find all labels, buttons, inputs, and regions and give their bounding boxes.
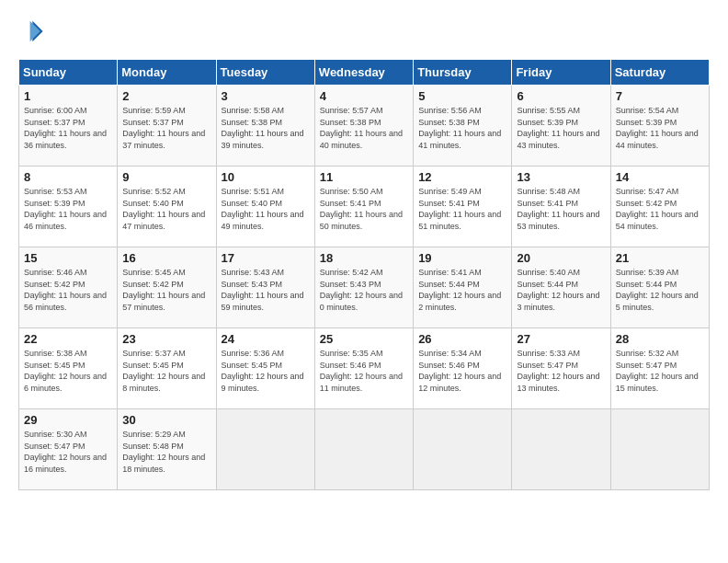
day-number: 28 [616,332,704,346]
day-number: 19 [418,251,506,265]
day-number: 1 [24,89,112,103]
day-info: Sunrise: 5:56 AM Sunset: 5:38 PM Dayligh… [418,105,506,151]
calendar-cell: 7 Sunrise: 5:54 AM Sunset: 5:39 PM Dayli… [610,86,709,167]
page-header [18,18,710,44]
weekday-header: Friday [512,60,610,86]
calendar-cell: 6 Sunrise: 5:55 AM Sunset: 5:39 PM Dayli… [512,86,610,167]
weekday-header: Thursday [414,60,512,86]
day-info: Sunrise: 5:59 AM Sunset: 5:37 PM Dayligh… [122,105,210,151]
calendar-cell: 21 Sunrise: 5:39 AM Sunset: 5:44 PM Dayl… [610,247,709,328]
day-number: 13 [517,170,605,184]
calendar-cell: 8 Sunrise: 5:53 AM Sunset: 5:39 PM Dayli… [19,167,118,247]
day-info: Sunrise: 5:37 AM Sunset: 5:45 PM Dayligh… [122,348,210,394]
calendar-cell: 28 Sunrise: 5:32 AM Sunset: 5:47 PM Dayl… [610,328,709,409]
calendar-cell: 14 Sunrise: 5:47 AM Sunset: 5:42 PM Dayl… [610,167,709,247]
calendar-cell: 2 Sunrise: 5:59 AM Sunset: 5:37 PM Dayli… [118,86,216,167]
day-info: Sunrise: 5:57 AM Sunset: 5:38 PM Dayligh… [320,105,408,151]
day-number: 12 [418,170,506,184]
calendar-cell: 18 Sunrise: 5:42 AM Sunset: 5:43 PM Dayl… [314,247,413,328]
day-number: 7 [616,89,704,103]
calendar-cell: 24 Sunrise: 5:36 AM Sunset: 5:45 PM Dayl… [216,328,314,409]
day-number: 17 [222,251,310,265]
calendar-cell: 9 Sunrise: 5:52 AM Sunset: 5:40 PM Dayli… [118,167,216,247]
day-number: 11 [320,170,408,184]
day-info: Sunrise: 5:32 AM Sunset: 5:47 PM Dayligh… [616,348,704,394]
day-info: Sunrise: 5:40 AM Sunset: 5:44 PM Dayligh… [517,267,605,313]
day-info: Sunrise: 5:42 AM Sunset: 5:43 PM Dayligh… [320,267,408,313]
weekday-header: Sunday [19,60,118,86]
day-number: 23 [122,332,210,346]
calendar-cell: 1 Sunrise: 6:00 AM Sunset: 5:37 PM Dayli… [19,86,118,167]
calendar-cell [512,409,610,490]
calendar-cell: 12 Sunrise: 5:49 AM Sunset: 5:41 PM Dayl… [414,167,512,247]
calendar-cell: 11 Sunrise: 5:50 AM Sunset: 5:41 PM Dayl… [314,167,413,247]
calendar-table: SundayMondayTuesdayWednesdayThursdayFrid… [18,59,710,490]
day-number: 20 [517,251,605,265]
day-number: 10 [222,170,310,184]
day-number: 3 [222,89,310,103]
day-number: 2 [122,89,210,103]
calendar-cell: 16 Sunrise: 5:45 AM Sunset: 5:42 PM Dayl… [118,247,216,328]
day-number: 4 [320,89,408,103]
day-number: 16 [122,251,210,265]
calendar-cell: 3 Sunrise: 5:58 AM Sunset: 5:38 PM Dayli… [216,86,314,167]
day-number: 14 [616,170,704,184]
weekday-header: Tuesday [216,60,314,86]
day-info: Sunrise: 5:45 AM Sunset: 5:42 PM Dayligh… [122,267,210,313]
day-number: 5 [418,89,506,103]
day-info: Sunrise: 5:38 AM Sunset: 5:45 PM Dayligh… [24,348,112,394]
day-number: 25 [320,332,408,346]
day-number: 9 [122,170,210,184]
calendar-cell [216,409,314,490]
calendar-cell [414,409,512,490]
calendar-cell: 22 Sunrise: 5:38 AM Sunset: 5:45 PM Dayl… [19,328,118,409]
day-info: Sunrise: 5:35 AM Sunset: 5:46 PM Dayligh… [320,348,408,394]
calendar-cell: 5 Sunrise: 5:56 AM Sunset: 5:38 PM Dayli… [414,86,512,167]
day-number: 8 [24,170,112,184]
day-info: Sunrise: 5:47 AM Sunset: 5:42 PM Dayligh… [616,186,704,232]
logo [18,18,48,44]
calendar-cell: 4 Sunrise: 5:57 AM Sunset: 5:38 PM Dayli… [314,86,413,167]
day-info: Sunrise: 5:50 AM Sunset: 5:41 PM Dayligh… [320,186,408,232]
day-info: Sunrise: 5:29 AM Sunset: 5:48 PM Dayligh… [122,429,210,475]
calendar-cell: 17 Sunrise: 5:43 AM Sunset: 5:43 PM Dayl… [216,247,314,328]
day-number: 21 [616,251,704,265]
day-info: Sunrise: 5:58 AM Sunset: 5:38 PM Dayligh… [222,105,310,151]
calendar-cell: 29 Sunrise: 5:30 AM Sunset: 5:47 PM Dayl… [19,409,118,490]
day-number: 27 [517,332,605,346]
day-info: Sunrise: 5:33 AM Sunset: 5:47 PM Dayligh… [517,348,605,394]
calendar-cell: 27 Sunrise: 5:33 AM Sunset: 5:47 PM Dayl… [512,328,610,409]
day-info: Sunrise: 5:55 AM Sunset: 5:39 PM Dayligh… [517,105,605,151]
day-info: Sunrise: 5:34 AM Sunset: 5:46 PM Dayligh… [418,348,506,394]
day-info: Sunrise: 5:54 AM Sunset: 5:39 PM Dayligh… [616,105,704,151]
day-number: 29 [24,413,112,427]
day-info: Sunrise: 5:43 AM Sunset: 5:43 PM Dayligh… [222,267,310,313]
calendar-cell: 25 Sunrise: 5:35 AM Sunset: 5:46 PM Dayl… [314,328,413,409]
calendar-cell: 10 Sunrise: 5:51 AM Sunset: 5:40 PM Dayl… [216,167,314,247]
day-number: 15 [24,251,112,265]
day-info: Sunrise: 6:00 AM Sunset: 5:37 PM Dayligh… [24,105,112,151]
day-info: Sunrise: 5:51 AM Sunset: 5:40 PM Dayligh… [222,186,310,232]
day-info: Sunrise: 5:48 AM Sunset: 5:41 PM Dayligh… [517,186,605,232]
calendar-cell: 20 Sunrise: 5:40 AM Sunset: 5:44 PM Dayl… [512,247,610,328]
calendar-cell [610,409,709,490]
calendar-cell: 13 Sunrise: 5:48 AM Sunset: 5:41 PM Dayl… [512,167,610,247]
calendar-cell: 19 Sunrise: 5:41 AM Sunset: 5:44 PM Dayl… [414,247,512,328]
calendar-cell: 30 Sunrise: 5:29 AM Sunset: 5:48 PM Dayl… [118,409,216,490]
calendar-cell: 15 Sunrise: 5:46 AM Sunset: 5:42 PM Dayl… [19,247,118,328]
logo-icon [18,18,44,44]
weekday-header: Wednesday [314,60,413,86]
day-info: Sunrise: 5:41 AM Sunset: 5:44 PM Dayligh… [418,267,506,313]
day-number: 22 [24,332,112,346]
calendar-cell: 23 Sunrise: 5:37 AM Sunset: 5:45 PM Dayl… [118,328,216,409]
calendar-cell [314,409,413,490]
day-info: Sunrise: 5:39 AM Sunset: 5:44 PM Dayligh… [616,267,704,313]
day-info: Sunrise: 5:52 AM Sunset: 5:40 PM Dayligh… [122,186,210,232]
day-info: Sunrise: 5:49 AM Sunset: 5:41 PM Dayligh… [418,186,506,232]
day-number: 18 [320,251,408,265]
calendar-cell: 26 Sunrise: 5:34 AM Sunset: 5:46 PM Dayl… [414,328,512,409]
day-info: Sunrise: 5:30 AM Sunset: 5:47 PM Dayligh… [24,429,112,475]
weekday-header: Monday [118,60,216,86]
day-number: 26 [418,332,506,346]
weekday-header: Saturday [610,60,709,86]
